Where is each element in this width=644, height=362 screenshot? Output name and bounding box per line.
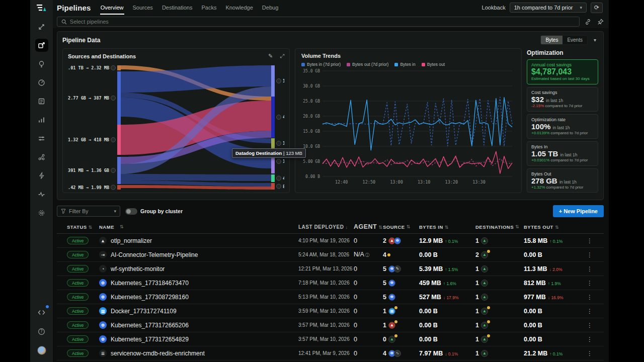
column-header-status[interactable]: STATUS⇅ bbox=[57, 224, 99, 230]
user-avatar[interactable] bbox=[35, 344, 48, 357]
table-row[interactable]: Active◔wf-synthetic-monitor12:21 PM, Mar… bbox=[57, 262, 604, 276]
pin-icon[interactable] bbox=[597, 19, 604, 25]
row-actions-kebab[interactable]: ⋮ bbox=[582, 350, 597, 357]
table-row[interactable]: Active☸Kubernetes_17730872981605:13 PM, … bbox=[57, 290, 604, 304]
app-logo[interactable] bbox=[36, 3, 48, 13]
group-by-cluster-toggle[interactable] bbox=[125, 208, 137, 215]
logs-icon[interactable] bbox=[35, 95, 48, 108]
copy-link-icon[interactable] bbox=[585, 19, 591, 25]
row-actions-kebab[interactable]: ⋮ bbox=[582, 265, 597, 273]
fleet-icon[interactable] bbox=[35, 150, 48, 163]
expand-icon[interactable]: ⤢ bbox=[280, 53, 284, 59]
search-input[interactable] bbox=[70, 19, 575, 25]
row-actions-kebab[interactable]: ⋮ bbox=[582, 322, 597, 329]
row-actions-kebab[interactable]: ⋮ bbox=[582, 280, 597, 287]
svg-text:5.00 GB: 5.00 GB bbox=[303, 159, 320, 164]
column-header-bytes-in[interactable]: BYTES IN⇅ bbox=[419, 224, 475, 230]
row-actions-kebab[interactable]: ⋮ bbox=[582, 294, 597, 301]
legend-item[interactable]: Bytes out bbox=[422, 62, 445, 67]
settings-icon[interactable] bbox=[35, 206, 48, 219]
lookback-select[interactable]: 1h compared to 7d prior ▾ bbox=[510, 3, 587, 13]
table-row[interactable]: Active☸Kubernetes_17731726548293:57 PM, … bbox=[57, 332, 604, 346]
refresh-button[interactable]: ⟳ bbox=[591, 3, 603, 13]
column-header-source[interactable]: SOURCE⇅ bbox=[383, 224, 419, 230]
chevron-down-icon: ▾ bbox=[114, 209, 116, 214]
sankey-destination-label: 8.52 MB bbox=[283, 184, 284, 189]
row-actions-kebab[interactable]: ⋮ bbox=[582, 336, 597, 343]
ed-chip-icon: ▲ bbox=[481, 251, 488, 258]
row-actions-kebab[interactable]: ⋮ bbox=[582, 308, 597, 315]
column-header-agent[interactable]: AGENT⇅ bbox=[354, 223, 383, 230]
pipeline-name: AI-Connector-Telemetry-Pipeline bbox=[111, 251, 198, 258]
column-header-name[interactable]: NAME⇅ bbox=[99, 224, 298, 230]
status-badge: Active bbox=[67, 293, 89, 301]
destinations-cell: 1▲ bbox=[475, 237, 524, 244]
bytes-out-cell: 0.00 B bbox=[524, 251, 582, 258]
table-row[interactable]: Active☸Kubernetes_17731726652063:57 PM, … bbox=[57, 318, 604, 332]
column-header-last-deployed[interactable]: LAST DEPLOYED↓ bbox=[298, 224, 354, 230]
sankey-tooltip: Datadog Destination | 123 MB bbox=[232, 148, 306, 158]
unit-toggle-events[interactable]: Events bbox=[562, 36, 587, 44]
ed-chip-icon: ▲ bbox=[481, 308, 488, 315]
sankey-destination-label: 1.36 GB bbox=[283, 78, 284, 83]
connections-icon[interactable] bbox=[35, 20, 48, 33]
edit-icon[interactable]: ✎ bbox=[268, 53, 273, 59]
row-actions-kebab[interactable]: ⋮ bbox=[582, 237, 597, 244]
legend-item[interactable]: Bytes in (7d prior) bbox=[301, 62, 341, 67]
new-pipeline-button[interactable]: + New Pipeline bbox=[553, 205, 604, 217]
svg-text:13:00: 13:00 bbox=[390, 179, 403, 185]
status-badge: Active bbox=[67, 279, 89, 287]
tab-overview[interactable]: Overview bbox=[100, 1, 124, 15]
help-icon[interactable]: ? bbox=[35, 325, 48, 338]
status-badge: Active bbox=[67, 349, 89, 357]
docker-icon: ▦ bbox=[99, 307, 107, 315]
status-badge: Active bbox=[67, 321, 89, 329]
destinations-cell: 1▲ bbox=[475, 294, 524, 301]
processors-icon[interactable] bbox=[35, 132, 48, 145]
volume-trends-chart[interactable]: 0.00 B5.00 GB10.0 GB15.0 GB20.0 GB25.0 G… bbox=[301, 68, 515, 188]
bytes-events-toggle: BytesEvents bbox=[540, 35, 588, 45]
legend-item[interactable]: Bytes out (7d prior) bbox=[347, 62, 388, 67]
table-row[interactable]: Active▦Docker_17731727411093:59 PM, Mar … bbox=[57, 304, 604, 318]
table-row[interactable]: Active≣servicenow-cmdb-redis-enrichment1… bbox=[57, 346, 604, 360]
sankey-diagram[interactable]: 1.01 TB → 2.32 MB2.77 GB → 387 MB1.32 GB… bbox=[68, 61, 284, 194]
automations-icon[interactable] bbox=[35, 169, 48, 182]
api-code-icon[interactable] bbox=[35, 306, 48, 319]
table-row[interactable]: Active▲otlp_normalizer4:10 PM, Mar 19, 2… bbox=[57, 234, 604, 248]
tab-packs[interactable]: Packs bbox=[201, 1, 217, 15]
row-actions-kebab[interactable]: ⋮ bbox=[582, 251, 597, 258]
bytes-in-cell: 459 MB↑ 1.6% bbox=[419, 280, 475, 287]
agent-count: N/Aⓘ bbox=[354, 251, 383, 258]
dashboards-icon[interactable] bbox=[35, 76, 48, 89]
table-row[interactable]: Active☸Kubernetes_17731846734707:18 PM, … bbox=[57, 276, 604, 290]
insights-icon[interactable] bbox=[35, 57, 48, 70]
tab-knowledge[interactable]: Knowledge bbox=[225, 1, 253, 15]
tab-debug[interactable]: Debug bbox=[262, 1, 279, 15]
bytes-out-cell: 0.00 B bbox=[524, 308, 582, 315]
monitors-icon[interactable] bbox=[35, 188, 48, 201]
sankey-destination-label: 132 MB bbox=[283, 141, 284, 146]
filter-by-select[interactable]: Filter By ▾ bbox=[57, 206, 120, 217]
metrics-icon[interactable] bbox=[35, 113, 48, 126]
unit-toggle-bytes[interactable]: Bytes bbox=[541, 36, 562, 44]
legend-item[interactable]: Bytes in bbox=[394, 62, 415, 67]
search-box bbox=[57, 17, 580, 27]
app-window: ? Pipelines OverviewSourcesDestinationsP… bbox=[30, 0, 609, 362]
sankey-source-label: 2.77 GB → 387 MB bbox=[68, 96, 109, 101]
tab-sources[interactable]: Sources bbox=[132, 1, 153, 15]
bytes-out-cell: 0.00 B bbox=[524, 322, 582, 329]
group-by-cluster-label: Group by cluster bbox=[140, 208, 183, 214]
sankey-flow[interactable] bbox=[121, 174, 271, 181]
ed-chip-icon: ▲ bbox=[481, 280, 488, 287]
pipelines-icon[interactable] bbox=[35, 39, 48, 52]
status-badge: Active bbox=[67, 251, 89, 258]
agent-count: 0 bbox=[354, 237, 383, 244]
sankey-source-label: 1.01 TB → 2.32 MB bbox=[68, 65, 109, 70]
svg-text:20.0 GB: 20.0 GB bbox=[303, 114, 320, 119]
table-row[interactable]: Active⇥AI-Connector-Telemetry-Pipeline5:… bbox=[57, 248, 604, 262]
collapse-chevron-icon[interactable]: ▾ bbox=[592, 37, 598, 43]
column-header-destinations[interactable]: DESTINATIONS⇅ bbox=[475, 224, 524, 230]
sankey-destination-label: 123 MB bbox=[283, 159, 284, 164]
tab-destinations[interactable]: Destinations bbox=[162, 1, 193, 15]
column-header-bytes-out[interactable]: BYTES OUT⇅ bbox=[524, 224, 582, 230]
